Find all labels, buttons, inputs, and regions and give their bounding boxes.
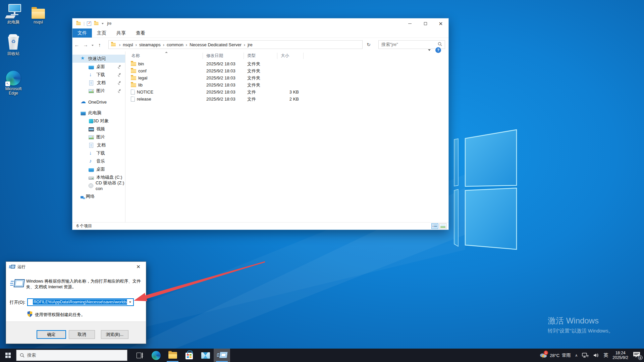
recent-locations-chevron-icon[interactable]: [90, 42, 95, 48]
forward-button[interactable]: →: [81, 42, 90, 48]
column-header-date[interactable]: 修改日期: [203, 53, 244, 59]
sidebar-item[interactable]: 视频: [72, 125, 125, 133]
volume-icon[interactable]: [593, 353, 599, 358]
tray-expand-chevron-icon[interactable]: ∧: [575, 353, 578, 358]
collapse-ribbon-chevron-icon[interactable]: [428, 49, 431, 51]
notification-center-button[interactable]: 1: [633, 351, 641, 359]
file-row[interactable]: release 2025/9/2 18:03 文件 2 KB: [125, 96, 448, 103]
breadcrumb-item[interactable]: nsqsl: [123, 42, 133, 47]
new-folder-icon[interactable]: [94, 22, 99, 25]
browse-button[interactable]: 浏览(B)...: [101, 330, 128, 339]
explorer-sidebar: 快速访问 桌面 下载 文档: [72, 51, 125, 222]
sidebar-item-label: 音乐: [96, 158, 105, 164]
taskbar-clock[interactable]: 18:24 2025/9/2: [612, 351, 628, 360]
details-view-button[interactable]: [431, 223, 438, 229]
sidebar-item[interactable]: 图片: [72, 87, 125, 95]
run-close-button[interactable]: ✕: [131, 262, 146, 272]
ribbon-tab[interactable]: 文件: [72, 28, 92, 38]
breadcrumb-item[interactable]: jre: [248, 42, 252, 47]
sidebar-item-label: 文档: [97, 142, 106, 148]
file-row[interactable]: conf 2025/9/2 18:03 文件夹: [125, 67, 448, 74]
minimize-button[interactable]: [402, 18, 418, 28]
column-header-name[interactable]: 名称: [125, 53, 203, 59]
sidebar-item[interactable]: 下载: [72, 149, 125, 157]
run-icon: [216, 352, 227, 359]
breadcrumb-item[interactable]: steamapps: [139, 42, 161, 47]
sidebar-item-icon: [80, 99, 86, 105]
ribbon-tab[interactable]: 共享: [111, 28, 131, 38]
sidebar-item[interactable]: 图片: [72, 133, 125, 141]
sidebar-item[interactable]: 文档: [72, 141, 125, 149]
ime-indicator[interactable]: 英: [603, 352, 608, 358]
taskbar-mail-button[interactable]: [197, 349, 214, 362]
sidebar-item[interactable]: 3D 对象: [72, 117, 125, 125]
help-icon[interactable]: ?: [435, 47, 441, 53]
cancel-button[interactable]: 取消: [69, 330, 95, 339]
customize-toolbar-chevron-icon[interactable]: [102, 23, 104, 24]
file-row[interactable]: lib 2025/9/2 18:03 文件夹: [125, 81, 448, 88]
sidebar-item[interactable]: 网络: [72, 192, 125, 200]
file-list-header: 名称 修改日期 类型 大小: [125, 51, 448, 60]
maximize-button[interactable]: [418, 18, 433, 28]
sidebar-item-label: OneDrive: [88, 100, 107, 105]
breadcrumb-item[interactable]: Necesse Dedicated Server: [190, 42, 241, 47]
sidebar-item[interactable]: 快速访问: [72, 55, 125, 63]
ribbon-tab[interactable]: 主页: [92, 28, 111, 38]
sidebar-item[interactable]: 桌面: [72, 63, 125, 71]
explorer-toolbar: ← → ↑ ›nsqsl ›steamapps ›common ›Necesse…: [72, 38, 448, 51]
file-name: bin: [138, 61, 144, 66]
ok-button[interactable]: 确定: [37, 330, 66, 339]
sidebar-item[interactable]: 此电脑: [72, 109, 125, 117]
run-path-combobox[interactable]: ROFILE%\AppData\Roaming\Necesse\saves\wo…: [27, 298, 134, 306]
item-count: 6 个项目: [76, 223, 92, 229]
back-button[interactable]: ←: [72, 42, 81, 48]
properties-icon[interactable]: [87, 21, 91, 26]
ribbon-tab[interactable]: 查看: [131, 28, 150, 38]
refresh-icon[interactable]: ↻: [365, 42, 373, 47]
admin-note: 使用管理权限创建此任务。: [35, 312, 85, 318]
sidebar-item[interactable]: 文档: [72, 79, 125, 87]
column-header-size[interactable]: 大小: [277, 53, 304, 59]
file-type: 文件夹: [244, 82, 277, 88]
start-button[interactable]: [0, 349, 16, 362]
combobox-dropdown-button[interactable]: [127, 299, 133, 305]
taskbar-run-button[interactable]: [214, 349, 230, 362]
file-row[interactable]: bin 2025/9/2 18:03 文件夹: [125, 60, 448, 67]
close-button[interactable]: ✕: [433, 18, 448, 28]
address-bar[interactable]: ›nsqsl ›steamapps ›common ›Necesse Dedic…: [108, 40, 363, 49]
file-row[interactable]: legal 2025/9/2 18:03 文件夹: [125, 74, 448, 81]
breadcrumb-item[interactable]: common: [167, 42, 183, 47]
sort-ascending-icon: [165, 52, 168, 53]
desktop-icon-nsqsl[interactable]: nsqsl: [25, 2, 51, 24]
file-explorer-icon: [168, 352, 177, 359]
sidebar-item[interactable]: 下载: [72, 71, 125, 79]
sidebar-item[interactable]: 音乐: [72, 157, 125, 165]
taskbar-file-explorer-button[interactable]: [164, 349, 181, 362]
search-icon[interactable]: [438, 42, 442, 47]
desktop-icon-recycle-bin[interactable]: ♻ 回收站: [1, 34, 26, 56]
sidebar-item[interactable]: 桌面: [72, 165, 125, 173]
clock-time: 18:24: [612, 351, 628, 355]
quick-access-toolbar: |: [72, 21, 104, 26]
taskbar-store-button[interactable]: [181, 349, 197, 362]
weather-widget[interactable]: 1 28°C 雷雨: [539, 352, 571, 359]
run-dialog-titlebar[interactable]: 运行 ✕: [6, 262, 146, 272]
run-path-value: ROFILE%\AppData\Roaming\Necesse\saves\wo…: [33, 299, 127, 305]
pin-icon: [118, 65, 121, 68]
desktop-icon-this-pc[interactable]: 此电脑: [1, 2, 26, 24]
taskbar-edge-button[interactable]: [148, 349, 164, 362]
run-path-input[interactable]: ROFILE%\AppData\Roaming\Necesse\saves\wo…: [28, 299, 127, 305]
large-icons-view-button[interactable]: [439, 223, 446, 229]
network-icon[interactable]: [582, 353, 589, 358]
taskbar-search-input[interactable]: 搜索: [16, 350, 127, 361]
task-view-button[interactable]: [131, 349, 148, 362]
file-row[interactable]: NOTICE 2025/9/2 18:03 文件 3 KB: [125, 88, 448, 96]
sidebar-item-label: CD 驱动器 (Z:) con: [96, 180, 125, 191]
explorer-titlebar[interactable]: | jre ✕: [72, 18, 448, 28]
desktop-icon-edge[interactable]: ↖ Microsoft Edge: [1, 69, 26, 96]
column-header-type[interactable]: 类型: [244, 53, 277, 59]
up-button[interactable]: ↑: [95, 42, 104, 48]
shortcut-arrow-icon: ↖: [5, 81, 10, 86]
sidebar-item[interactable]: CD 驱动器 (Z:) con: [72, 181, 125, 189]
sidebar-item[interactable]: OneDrive: [72, 98, 125, 106]
